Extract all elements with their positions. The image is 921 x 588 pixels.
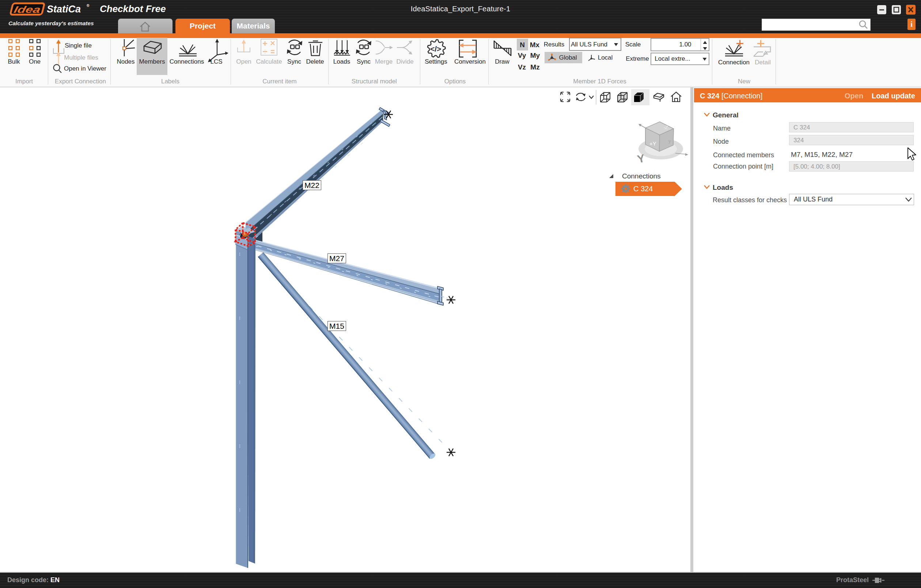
svg-text:®: ® [86,4,89,8]
svg-text:Checkbot Free: Checkbot Free [100,3,166,14]
svg-text:</>: </> [430,45,441,53]
svg-text:StatiCa: StatiCa [47,4,81,15]
svg-text:Idea: Idea [13,4,42,15]
svg-text:-Z: -Z [663,124,669,130]
svg-text:+Y: +Y [649,140,656,147]
svg-text:y: y [669,138,671,144]
